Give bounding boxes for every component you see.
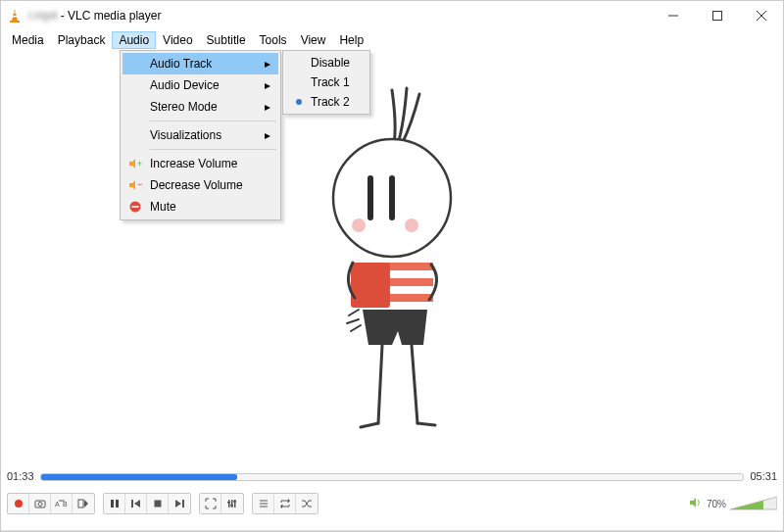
svg-text:+: +	[137, 159, 142, 169]
svg-marker-32	[134, 500, 140, 508]
window-controls	[651, 1, 783, 30]
titlebar: l.mp4 - VLC media player	[1, 1, 783, 30]
svg-rect-29	[111, 500, 114, 508]
time-total: 05:31	[750, 470, 777, 482]
svg-text:A: A	[55, 501, 60, 508]
svg-rect-40	[230, 505, 233, 507]
svg-text:B: B	[63, 501, 68, 508]
menu-item-label: Track 1	[311, 75, 350, 89]
menu-mute[interactable]: Mute	[122, 196, 278, 218]
previous-button[interactable]	[125, 494, 147, 513]
menu-video[interactable]: Video	[156, 31, 199, 49]
svg-marker-18	[129, 180, 135, 190]
svg-rect-35	[182, 500, 184, 508]
record-button[interactable]	[8, 494, 29, 513]
speaker-icon[interactable]	[689, 496, 703, 511]
playback-cluster	[103, 493, 191, 514]
loop-button[interactable]	[274, 494, 296, 513]
player-controls: 01:33 05:31 AB	[1, 467, 783, 531]
menu-audio-track[interactable]: Audio Track ▸	[122, 53, 278, 74]
menu-separator	[150, 121, 276, 121]
submenu-arrow-icon: ▸	[265, 78, 270, 92]
svg-rect-36	[228, 500, 230, 508]
shuffle-button[interactable]	[296, 494, 318, 513]
svg-marker-47	[690, 498, 696, 508]
menu-item-label: Disable	[311, 56, 350, 70]
svg-rect-1	[13, 12, 17, 13]
submenu-arrow-icon: ▸	[265, 128, 270, 142]
volume-control: 70%	[689, 495, 777, 512]
speaker-plus-icon: +	[126, 155, 144, 172]
menu-visualizations[interactable]: Visualizations ▸	[122, 124, 278, 146]
menu-separator	[150, 149, 276, 150]
menu-item-label: Mute	[150, 200, 176, 214]
menu-media[interactable]: Media	[5, 31, 51, 49]
menu-decrease-volume[interactable]: − Decrease Volume	[122, 174, 278, 196]
menu-increase-volume[interactable]: + Increase Volume	[122, 153, 278, 174]
svg-rect-27	[78, 500, 83, 508]
fullscreen-button[interactable]	[200, 494, 221, 513]
menu-playback[interactable]: Playback	[51, 31, 113, 49]
extended-settings-button[interactable]	[221, 494, 243, 513]
maximize-button[interactable]	[695, 1, 739, 30]
menu-item-label: Visualizations	[150, 128, 221, 142]
svg-rect-41	[233, 501, 236, 503]
menu-subtitle[interactable]: Subtitle	[200, 31, 253, 49]
menu-help[interactable]: Help	[332, 31, 370, 49]
menu-view[interactable]: View	[294, 31, 333, 49]
loop-ab-button[interactable]: AB	[51, 494, 73, 513]
submenu-arrow-icon: ▸	[265, 57, 270, 71]
svg-rect-3	[10, 21, 20, 23]
menu-audio-device[interactable]: Audio Device ▸	[122, 74, 278, 96]
next-button[interactable]	[169, 494, 190, 513]
menu-tools[interactable]: Tools	[253, 31, 294, 49]
svg-rect-39	[227, 502, 230, 504]
close-button[interactable]	[739, 1, 783, 30]
svg-rect-31	[131, 500, 133, 508]
volume-percent-label: 70%	[707, 499, 726, 509]
minimize-button[interactable]	[651, 1, 695, 30]
playlist-button[interactable]	[253, 494, 274, 513]
submenu-arrow-icon: ▸	[265, 100, 270, 114]
svg-rect-33	[154, 501, 161, 508]
menu-stereo-mode[interactable]: Stereo Mode ▸	[122, 96, 278, 118]
svg-marker-16	[129, 159, 135, 169]
svg-rect-2	[12, 16, 18, 17]
svg-point-10	[405, 218, 418, 232]
svg-point-22	[15, 500, 23, 508]
audio-track-disable[interactable]: Disable	[285, 53, 368, 73]
frame-step-button[interactable]	[73, 494, 94, 513]
controls-row: AB 70%	[1, 489, 783, 518]
video-area[interactable]	[1, 50, 783, 467]
audio-track-submenu: Disable Track 1 Track 2	[282, 50, 370, 115]
seek-row: 01:33 05:31	[1, 467, 783, 485]
pause-button[interactable]	[104, 494, 125, 513]
menu-item-label: Increase Volume	[150, 157, 237, 170]
svg-marker-28	[84, 500, 88, 508]
svg-rect-5	[712, 12, 721, 21]
svg-marker-0	[12, 9, 18, 21]
record-cluster: AB	[7, 493, 95, 514]
snapshot-button[interactable]	[29, 494, 51, 513]
menu-item-label: Track 2	[311, 95, 350, 109]
svg-rect-37	[231, 500, 233, 508]
stop-button[interactable]	[147, 494, 169, 513]
video-frame-illustration	[245, 71, 539, 462]
svg-marker-46	[280, 505, 282, 508]
svg-text:−: −	[137, 179, 142, 189]
volume-slider[interactable]	[730, 495, 777, 512]
svg-point-9	[352, 218, 366, 232]
menu-item-label: Audio Device	[150, 78, 220, 92]
menu-item-label: Audio Track	[150, 57, 212, 71]
audio-track-2[interactable]: Track 2	[285, 92, 368, 112]
menubar: Media Playback Audio Video Subtitle Tool…	[1, 30, 783, 50]
radio-selected-icon	[296, 99, 302, 105]
svg-marker-34	[175, 500, 181, 508]
audio-track-1[interactable]: Track 1	[285, 73, 368, 92]
menu-audio[interactable]: Audio	[112, 31, 156, 49]
menu-item-label: Decrease Volume	[150, 178, 243, 192]
view-cluster	[199, 493, 244, 514]
seek-slider[interactable]	[40, 473, 745, 481]
audio-menu-dropdown: Audio Track ▸ Audio Device ▸ Stereo Mode…	[120, 50, 281, 220]
playlist-cluster	[252, 493, 318, 514]
